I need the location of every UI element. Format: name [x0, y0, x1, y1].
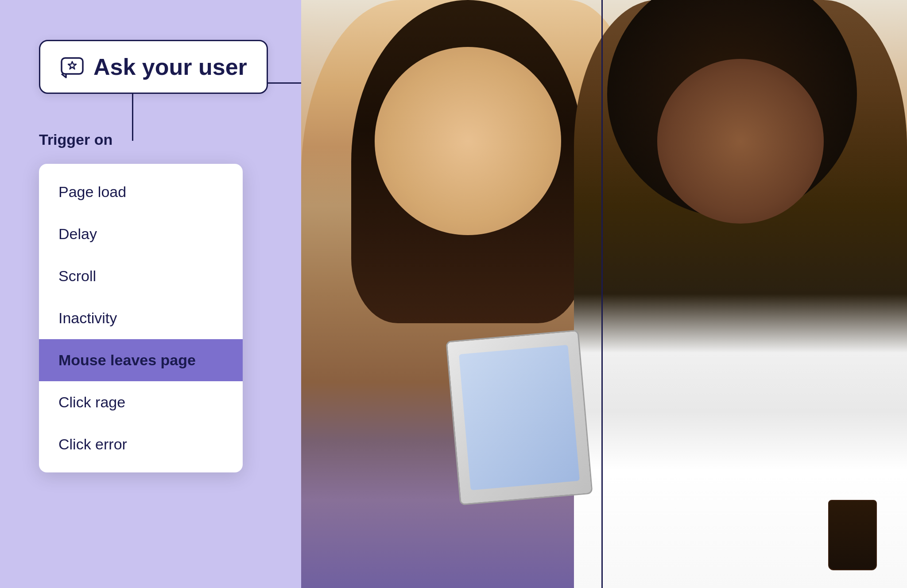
svg-rect-0 — [62, 58, 83, 74]
photo-background — [301, 0, 907, 588]
tablet-device — [446, 330, 593, 506]
right-panel — [301, 0, 907, 588]
right-connector-line — [601, 0, 603, 588]
dropdown-item-click-rage[interactable]: Click rage — [39, 381, 243, 423]
dropdown-item-mouse-leaves-page[interactable]: Mouse leaves page — [39, 339, 243, 381]
person-right-face — [657, 59, 824, 224]
dropdown-item-inactivity[interactable]: Inactivity — [39, 297, 243, 339]
chat-star-icon — [60, 54, 85, 79]
tablet-screen — [459, 345, 580, 490]
coffee-cup — [828, 500, 876, 570]
left-panel: Ask your user Trigger on Page load Delay… — [0, 0, 301, 588]
page-wrapper: Ask your user Trigger on Page load Delay… — [0, 0, 907, 588]
dropdown-item-scroll[interactable]: Scroll — [39, 255, 243, 297]
ask-your-user-title: Ask your user — [93, 54, 247, 80]
person-left-face — [375, 47, 561, 235]
dropdown-item-page-load[interactable]: Page load — [39, 171, 243, 213]
trigger-dropdown[interactable]: Page load Delay Scroll Inactivity Mouse … — [39, 164, 243, 472]
trigger-label: Trigger on — [39, 131, 112, 148]
dropdown-item-click-error[interactable]: Click error — [39, 423, 243, 465]
header-card: Ask your user — [39, 40, 268, 94]
dropdown-item-delay[interactable]: Delay — [39, 213, 243, 255]
